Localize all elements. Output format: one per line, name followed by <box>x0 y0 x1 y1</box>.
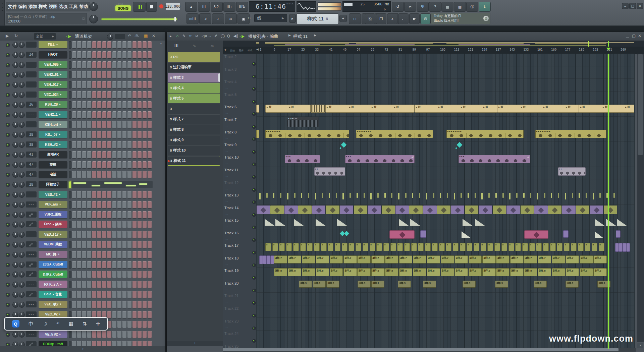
step-button[interactable] <box>112 131 116 138</box>
channel-pan-knob[interactable] <box>12 192 18 198</box>
channel-volume-knob[interactable] <box>19 182 25 188</box>
step-button[interactable] <box>72 251 76 258</box>
track-mute-led[interactable] <box>252 200 256 204</box>
channel-pan-knob[interactable] <box>12 292 18 298</box>
step-button[interactable] <box>97 161 101 168</box>
step-button[interactable] <box>92 41 96 48</box>
step-button[interactable] <box>127 241 131 248</box>
mini-pattern-clip[interactable]: ∃ <box>508 243 514 251</box>
channel-mute-led[interactable] <box>6 203 10 207</box>
step-button[interactable] <box>82 101 86 108</box>
step-button[interactable] <box>87 161 91 168</box>
patterns-tab[interactable]: Ш <box>174 43 178 48</box>
channel-select-indicator[interactable] <box>69 51 71 59</box>
tick-clip[interactable] <box>308 193 309 198</box>
oscilloscope[interactable] <box>297 1 316 12</box>
channel-volume-knob[interactable] <box>19 42 25 48</box>
pattern-item[interactable]: ∃样式 11▶ <box>168 156 220 166</box>
mute-tool-icon[interactable]: ◁✕ <box>202 34 208 38</box>
mini-pattern-clip[interactable]: ∃ <box>376 243 382 251</box>
next-pattern-icon[interactable]: ➔ <box>199 13 211 24</box>
step-button[interactable] <box>122 291 126 298</box>
step-button[interactable] <box>132 311 137 318</box>
scroll-down-icon[interactable]: ▼ <box>637 343 643 348</box>
pattern-clip[interactable]: ∃样.8 <box>316 268 329 276</box>
pattern-clip-ghost[interactable]: ∃样.1 <box>371 281 384 288</box>
pattern-clip[interactable]: ∃样.7 <box>427 255 440 263</box>
step-button[interactable] <box>117 241 121 248</box>
chop-cell-clip[interactable] <box>367 205 381 214</box>
step-button[interactable] <box>77 161 81 168</box>
slip-tool-icon[interactable]: ⇔ <box>208 34 212 38</box>
channel-button[interactable]: VEH..085✦ <box>39 61 67 68</box>
mini-pattern-clip[interactable]: ∃ <box>432 243 438 251</box>
fade-triangle-clip[interactable] <box>595 231 603 238</box>
copy-pages-icon[interactable]: ❐ <box>376 13 386 24</box>
stop-button[interactable] <box>146 2 157 12</box>
step-button[interactable] <box>102 81 106 88</box>
step-button[interactable] <box>92 121 96 128</box>
step-button[interactable] <box>143 331 147 338</box>
step-button[interactable] <box>72 291 76 298</box>
step-button[interactable] <box>107 241 111 248</box>
pattern-clip[interactable]: ∃样.8 <box>441 268 454 276</box>
mini-pattern-clip[interactable]: ∃ <box>265 243 271 251</box>
step-button[interactable] <box>148 71 152 78</box>
step-button[interactable] <box>72 91 76 98</box>
channel-button[interactable]: Free..- 频率 <box>39 221 67 228</box>
wave-clip-olive[interactable]: ▸ ▸ ▸ ▸ ▸ ▸ ▸ ▸ <box>265 130 349 138</box>
step-button[interactable] <box>82 71 86 78</box>
step-button[interactable] <box>148 281 152 288</box>
rack-swing-knob[interactable] <box>107 34 113 40</box>
channel-display[interactable]: 41 <box>26 152 37 158</box>
step-button[interactable] <box>143 281 147 288</box>
hand-tool-icon[interactable]: ☛ <box>409 13 420 24</box>
step-button[interactable] <box>143 81 147 88</box>
record-button[interactable] <box>158 2 165 11</box>
channel-select-indicator[interactable] <box>69 331 71 338</box>
playhead-line[interactable] <box>608 54 609 349</box>
fade-triangle-clip[interactable] <box>399 219 409 226</box>
pattern-prev-button[interactable]: ▸ <box>289 14 296 23</box>
step-button[interactable] <box>117 111 121 118</box>
step-button[interactable] <box>87 81 91 88</box>
tick-clip[interactable] <box>488 193 490 198</box>
channel-display[interactable]: --- <box>26 71 37 77</box>
step-button[interactable] <box>143 291 147 298</box>
mini-pattern-clip[interactable]: ∃ <box>411 243 417 251</box>
pattern-clip[interactable]: ∃样.7 <box>316 255 329 263</box>
channel-display[interactable] <box>26 291 37 297</box>
step-button[interactable] <box>122 121 126 128</box>
step-button[interactable] <box>132 131 137 138</box>
step-button[interactable] <box>143 91 147 98</box>
menu-item-0[interactable]: 文件 <box>8 4 17 10</box>
pattern-item[interactable]: ∃样式 5 <box>168 94 220 103</box>
step-button[interactable] <box>143 151 147 158</box>
step-button[interactable] <box>132 301 137 308</box>
step-button[interactable] <box>122 261 126 268</box>
track-name[interactable]: Track 7 <box>224 118 236 122</box>
step-button[interactable] <box>112 311 116 318</box>
step-button[interactable] <box>132 241 137 248</box>
chop-cell-clip[interactable] <box>506 205 520 214</box>
step-button[interactable] <box>87 281 91 288</box>
pattern-clip[interactable]: ∃样.8 <box>385 268 398 276</box>
tick-clip[interactable] <box>287 193 288 199</box>
mini-pattern-clip-purple[interactable] <box>626 243 630 252</box>
wave-clip-gray[interactable]: ▸ ▸ <box>314 167 345 176</box>
channel-mute-led[interactable] <box>6 53 10 57</box>
channel-select-indicator[interactable] <box>69 211 71 219</box>
tick-clip[interactable] <box>523 193 525 198</box>
channel-display[interactable]: --- <box>26 281 37 287</box>
step-button[interactable] <box>138 171 142 178</box>
step-button[interactable] <box>148 141 152 148</box>
tick-clip[interactable] <box>280 193 281 198</box>
step-button[interactable] <box>138 71 142 78</box>
step-button[interactable] <box>87 331 91 338</box>
step-button[interactable] <box>112 161 116 168</box>
step-button[interactable] <box>87 211 91 218</box>
step-button[interactable] <box>92 151 96 158</box>
step-button[interactable] <box>87 131 91 138</box>
master-volume-slider[interactable] <box>101 18 177 20</box>
step-button[interactable] <box>132 151 137 158</box>
